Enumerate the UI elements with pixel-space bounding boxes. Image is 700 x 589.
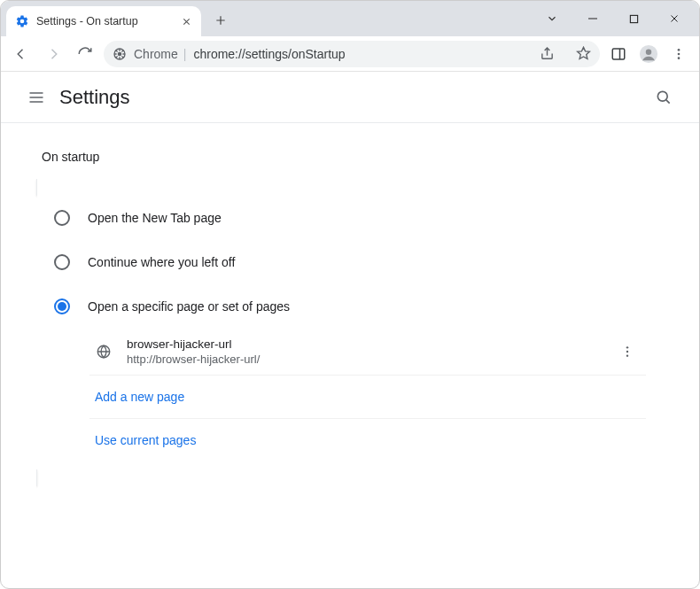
tab-strip: Settings - On startup — [1, 1, 533, 36]
svg-point-11 — [626, 346, 628, 348]
svg-point-13 — [626, 354, 628, 356]
url-separator: | — [183, 47, 187, 61]
option-specific[interactable]: Open a specific page or set of pages — [36, 284, 664, 329]
back-button[interactable] — [8, 41, 35, 67]
url-label: Chrome — [134, 47, 178, 61]
side-panel-icon[interactable] — [605, 41, 632, 67]
reload-button[interactable] — [72, 41, 98, 67]
use-current-pages-link[interactable]: Use current pages — [89, 418, 646, 461]
page-actions-menu[interactable] — [614, 338, 641, 365]
specific-pages-area: browser-hijacker-url http://browser-hija… — [36, 329, 664, 470]
window-controls — [533, 1, 699, 36]
bookmark-icon[interactable] — [576, 46, 591, 61]
close-tab-icon[interactable] — [180, 15, 192, 27]
search-button[interactable] — [646, 80, 681, 115]
maximize-button[interactable] — [614, 2, 653, 35]
address-bar[interactable]: Chrome | chrome://settings/onStartup — [104, 41, 600, 67]
url-chip: Chrome | — [134, 47, 186, 61]
globe-icon — [95, 343, 113, 360]
site-info-icon[interactable] — [113, 47, 127, 61]
option-label: Open the New Tab page — [88, 211, 222, 225]
svg-point-2 — [118, 51, 122, 56]
startup-page-title: browser-hijacker-url — [127, 337, 600, 351]
toolbar-right — [605, 41, 692, 67]
window-titlebar: Settings - On startup — [1, 1, 699, 36]
new-tab-button[interactable] — [208, 8, 233, 33]
close-window-button[interactable] — [655, 2, 694, 35]
share-icon[interactable] — [540, 46, 555, 61]
svg-point-5 — [646, 49, 651, 54]
option-label: Continue where you left off — [88, 255, 235, 269]
tab-title: Settings - On startup — [36, 15, 173, 27]
minimize-button[interactable] — [573, 2, 612, 35]
option-label: Open a specific page or set of pages — [88, 299, 290, 314]
section-label: On startup — [42, 150, 664, 164]
settings-header: Settings — [1, 72, 699, 123]
startup-card: Open the New Tab page Continue where you… — [36, 179, 664, 486]
startup-page-url: http://browser-hijacker-url/ — [127, 353, 600, 366]
svg-point-7 — [678, 52, 681, 55]
svg-point-8 — [678, 57, 681, 59]
tab-search-button[interactable] — [533, 2, 572, 35]
option-continue[interactable]: Continue where you left off — [36, 240, 664, 284]
url-path: chrome://settings/onStartup — [193, 47, 345, 61]
menu-button[interactable] — [19, 80, 54, 115]
browser-tab[interactable]: Settings - On startup — [6, 6, 201, 36]
forward-button[interactable] — [40, 41, 66, 67]
svg-rect-0 — [630, 15, 637, 22]
settings-gear-icon — [15, 14, 29, 28]
page-title: Settings — [59, 86, 130, 109]
svg-point-6 — [678, 49, 681, 51]
browser-menu-icon[interactable] — [665, 41, 692, 67]
browser-toolbar: Chrome | chrome://settings/onStartup — [1, 36, 699, 72]
add-page-link[interactable]: Add a new page — [89, 375, 646, 418]
page-info: browser-hijacker-url http://browser-hija… — [127, 337, 600, 366]
svg-point-12 — [626, 351, 628, 353]
option-new-tab[interactable]: Open the New Tab page — [36, 196, 664, 240]
settings-content: On startup Open the New Tab page Continu… — [1, 123, 699, 513]
radio-icon — [54, 254, 70, 270]
radio-icon — [54, 210, 70, 226]
svg-rect-3 — [612, 49, 625, 59]
profile-avatar-icon[interactable] — [635, 41, 662, 67]
startup-page-row: browser-hijacker-url http://browser-hija… — [89, 329, 646, 375]
radio-icon — [54, 298, 70, 314]
svg-point-9 — [657, 91, 667, 101]
